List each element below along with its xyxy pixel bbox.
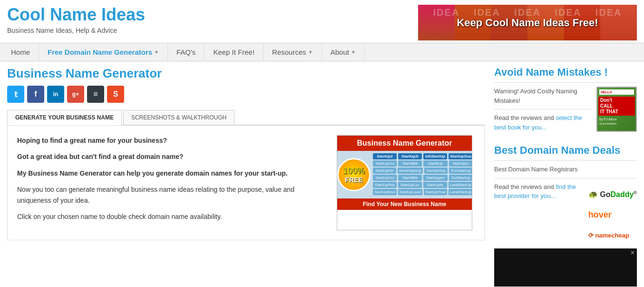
cell-4-0: StartUpPick xyxy=(373,182,397,188)
facebook-icon: f xyxy=(34,90,37,99)
cell-3-2: StartUppro xyxy=(423,175,447,181)
badge-top-text: 100% xyxy=(343,166,365,176)
banner-text: Keep Cool Name Ideas Free! xyxy=(457,17,598,29)
buffer-icon: ≡ xyxy=(93,90,98,99)
cell-1-3: StartUpro xyxy=(449,160,472,167)
twitter-share-button[interactable]: 𝕥 xyxy=(7,86,24,103)
godaddy-trademark: ® xyxy=(634,190,637,195)
text-column: Hoping to find a great name for your bus… xyxy=(17,135,327,230)
cell-5-2: StartUpTrue xyxy=(424,189,447,195)
cell-3-1: StartItBik xyxy=(398,175,422,181)
godaddy-logo: 🐢 GoDaddy® xyxy=(588,186,637,203)
nav-resources-arrow: ▼ xyxy=(308,49,313,55)
tool-preview[interactable]: Business Name Generator 100% FREE xyxy=(337,135,472,230)
sidebar-read-reviews: Read the reviews and find the best provi… xyxy=(494,182,584,201)
cell-4-3: LandStartUp xyxy=(449,182,472,188)
sidebar-warning-text: Warning! Avoid Costly Naming Mistakes! xyxy=(494,87,593,105)
navigation: Home Free Domain Name Generators ▼ FAQ's… xyxy=(0,43,644,61)
cell-0-3: StartUpOua xyxy=(449,153,472,159)
cell-2-2: VooStartUp xyxy=(424,168,448,174)
googleplus-share-button[interactable]: g+ xyxy=(67,86,84,103)
sidebar-read-text: Read the reviews and select the best boo… xyxy=(494,113,593,132)
nav-about-label: About xyxy=(331,48,349,56)
book-hello-label: HELLO xyxy=(599,89,634,95)
tool-row-1: StartUpOul StartItBik StartItUp StartUpr… xyxy=(373,160,472,167)
nav-resources-label: Resources xyxy=(272,48,306,56)
hover-text: hover xyxy=(588,210,612,220)
cell-2-3: ExoStartUp xyxy=(449,168,472,174)
site-title: Cool Name Ideas xyxy=(7,5,145,25)
namecheap-icon: ⟳ xyxy=(588,232,594,239)
header: Cool Name Ideas Business Name Ideas, Hel… xyxy=(0,0,644,40)
nav-keep-free[interactable]: Keep It Free! xyxy=(205,43,263,61)
domain-provider-text: Read the reviews and find the best provi… xyxy=(494,182,584,204)
stumbleupon-share-button[interactable]: S xyxy=(107,86,124,103)
tool-preview-header: Business Name Generator xyxy=(337,136,472,151)
tool-preview-badge-area: 100% FREE xyxy=(337,151,371,198)
nav-home[interactable]: Home xyxy=(2,43,39,61)
nav-faqs[interactable]: FAQ's xyxy=(168,43,205,61)
linkedin-share-button[interactable]: in xyxy=(47,86,64,103)
tool-preview-badge: 100% FREE xyxy=(337,158,371,191)
tab-generate[interactable]: GENERATE YOUR BUSINESS NAME xyxy=(7,110,122,125)
buffer-share-button[interactable]: ≡ xyxy=(87,86,104,103)
para-2-text: Got a great idea but can't find a great … xyxy=(17,153,184,160)
ad-close-button[interactable]: ✕ xyxy=(630,249,635,256)
sidebar-avoid-title: Avoid Name Mistakes ! xyxy=(494,66,637,79)
godaddy-label: Go xyxy=(600,190,610,198)
googleplus-icon: g+ xyxy=(72,91,79,98)
sidebar-avoid-text-col: Warning! Avoid Costly Naming Mistakes! R… xyxy=(494,87,593,135)
nav-about[interactable]: About ▼ xyxy=(322,43,365,61)
stumbleupon-icon: S xyxy=(113,90,118,99)
tool-row-4: StartUpPick StartUpLuc StartUpfic LandSt… xyxy=(373,182,472,188)
sidebar-registrar-label: Best Domain Name Registrars xyxy=(494,165,637,174)
content-area: Business Name Generator 𝕥 f in g+ ≡ S xyxy=(7,66,485,287)
cell-0-1: StartUp2i xyxy=(398,153,422,159)
tool-row-5: StartUpNext StartUpLand StartUpTrue Land… xyxy=(373,189,472,195)
cell-0-0: StartUp2 xyxy=(373,153,397,159)
nav-free-domain-label: Free Domain Name Generators xyxy=(48,48,152,56)
banner-free: Free! xyxy=(573,17,598,29)
image-column: Business Name Generator 100% FREE xyxy=(337,135,475,230)
sidebar-domain-title: Best Domain Name Deals xyxy=(494,144,637,157)
para-3-text: My Business Name Generator can help you … xyxy=(17,169,288,177)
cell-5-1: StartUpLand xyxy=(398,189,422,195)
tool-row-0: StartUp2 StartUp2i bStStartUp StartUpOua xyxy=(373,153,472,159)
cell-4-1: StartUpLuc xyxy=(398,182,422,188)
sidebar-divider-2 xyxy=(494,160,637,161)
para-4: Now you too can generate meaningful busi… xyxy=(17,184,327,206)
cell-3-0: StartUpOul xyxy=(373,175,397,181)
linkedin-icon: in xyxy=(53,91,59,98)
cell-3-3: OutStartUp xyxy=(449,175,472,181)
cell-1-0: StartUpOul xyxy=(373,160,397,167)
para-1-text: Hoping to find a great name for your bus… xyxy=(17,137,167,144)
tab-screenshots-label: SCREENSHOTS & WALKTHROUGH xyxy=(131,114,226,121)
main-content: Business Name Generator 𝕥 f in g+ ≡ S xyxy=(0,61,644,287)
tab-screenshots[interactable]: SCREENSHOTS & WALKTHROUGH xyxy=(123,110,234,125)
namecheap-logo: ⟳ namecheap xyxy=(588,227,637,244)
sidebar: Avoid Name Mistakes ! Warning! Avoid Cos… xyxy=(494,66,637,287)
tool-row-2: StartUpKin GeneStartUp VooStartUp ExoSta… xyxy=(373,168,472,174)
banner-main: Cool Name Ideas xyxy=(485,17,569,29)
godaddy-icon: 🐢 xyxy=(588,190,598,198)
cell-4-2: StartUpfic xyxy=(423,182,447,188)
tool-preview-footer: Find Your New Business Name xyxy=(337,198,472,210)
advertisement-box: ✕ xyxy=(494,248,637,287)
sidebar-divider-1 xyxy=(494,82,637,83)
cell-2-1: GeneStartUp xyxy=(398,168,423,174)
para-2: Got a great idea but can't find a great … xyxy=(17,151,327,162)
cell-5-0: StartUpNext xyxy=(373,189,397,195)
book-dont-call: Don'tCALLIT THAT xyxy=(598,97,635,116)
cell-1-2: StartItUp xyxy=(423,160,447,167)
nav-resources[interactable]: Resources ▼ xyxy=(263,43,322,61)
content-box: Hoping to find a great name for your bus… xyxy=(7,125,485,240)
hover-logo: hover xyxy=(588,207,637,223)
cell-0-2: bStStartUp xyxy=(423,153,447,159)
banner: IDEA IDEA IDEA IDEA IDEA Keep Cool Name … xyxy=(418,5,637,40)
para-1: Hoping to find a great name for your bus… xyxy=(17,135,327,146)
nav-free-domain[interactable]: Free Domain Name Generators ▼ xyxy=(39,43,168,61)
para-5: Click on your chosen name to double chec… xyxy=(17,211,327,222)
facebook-share-button[interactable]: f xyxy=(27,86,44,103)
social-icons: 𝕥 f in g+ ≡ S xyxy=(7,86,485,103)
banner-keep: Keep xyxy=(457,17,482,29)
